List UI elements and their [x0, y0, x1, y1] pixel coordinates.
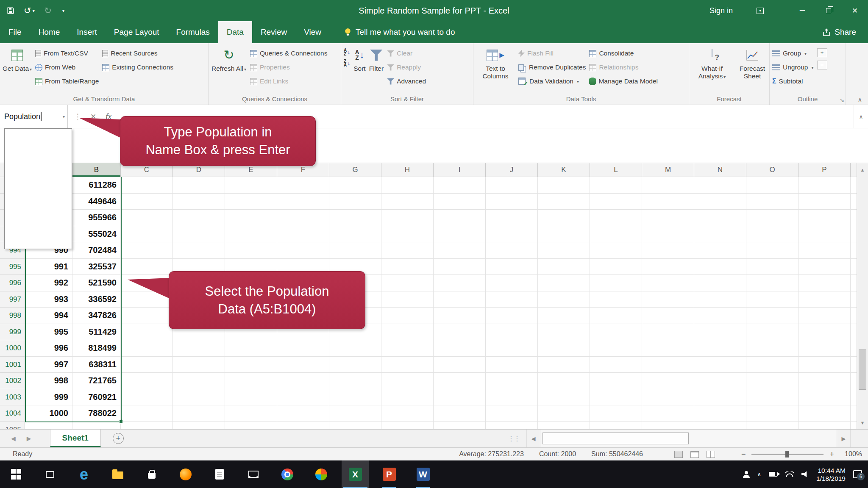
cell-K991[interactable] [538, 194, 590, 210]
cell-K1002[interactable] [538, 373, 590, 389]
row-header-1000[interactable]: 1000 [0, 340, 25, 357]
cell-J991[interactable] [486, 194, 538, 210]
cell-N993[interactable] [694, 226, 746, 243]
cell-P999[interactable] [798, 324, 851, 341]
undo-button[interactable]: ↺▾ [24, 6, 35, 16]
cell-K990[interactable] [538, 177, 590, 194]
cell-G992[interactable] [329, 210, 381, 226]
cell-F1002[interactable] [277, 373, 329, 389]
subtotal-button[interactable]: ΣSubtotal [772, 76, 814, 87]
cell-C1002[interactable] [121, 373, 173, 389]
cell-H998[interactable] [381, 308, 434, 324]
cell-C992[interactable] [121, 210, 173, 226]
column-header-M[interactable]: M [642, 163, 694, 177]
row-header-996[interactable]: 996 [0, 275, 25, 291]
cell-B1004[interactable]: 788022 [72, 405, 121, 422]
cell-C1004[interactable] [121, 405, 173, 422]
cell-K1003[interactable] [538, 389, 590, 406]
cell-N1004[interactable] [694, 405, 746, 422]
cell-E1002[interactable] [225, 373, 277, 389]
cell-J998[interactable] [486, 308, 538, 324]
cell-B992[interactable]: 955966 [72, 210, 121, 226]
close-button[interactable]: ✕ [842, 0, 868, 21]
cell-I1001[interactable] [434, 357, 486, 373]
existing-connections-button[interactable]: Existing Connections [102, 62, 173, 73]
get-data-button[interactable]: Get Data▾ [3, 45, 32, 73]
cell-J1001[interactable] [486, 357, 538, 373]
formula-bar-expand-button[interactable]: ∧ [854, 105, 868, 128]
sort-button[interactable]: AZ↓ Sort [353, 45, 365, 72]
cell-K998[interactable] [538, 308, 590, 324]
cell-P1001[interactable] [798, 357, 851, 373]
cell-H999[interactable] [381, 324, 434, 341]
sign-in-button[interactable]: Sign in [709, 6, 733, 15]
cell-J1000[interactable] [486, 340, 538, 357]
cell-J990[interactable] [486, 177, 538, 194]
cell-L1005[interactable] [590, 422, 642, 430]
vertical-scroll-thumb[interactable] [859, 349, 866, 390]
cell-K1001[interactable] [538, 357, 590, 373]
cell-I1004[interactable] [434, 405, 486, 422]
horizontal-scroll-thumb[interactable] [542, 433, 689, 444]
cell-E1005[interactable] [225, 422, 277, 430]
cell-L997[interactable] [590, 291, 642, 308]
cell-D1003[interactable] [173, 389, 225, 406]
cell-M995[interactable] [642, 259, 694, 275]
what-if-analysis-button[interactable]: ? What-If Analysis▾ [692, 45, 732, 81]
cell-F1003[interactable] [277, 389, 329, 406]
hide-detail-button[interactable]: − [817, 61, 827, 69]
normal-view-button[interactable] [674, 451, 683, 458]
cell-C990[interactable] [121, 177, 173, 194]
cell-F1001[interactable] [277, 357, 329, 373]
zoom-slider[interactable] [751, 454, 823, 455]
cell-L990[interactable] [590, 177, 642, 194]
people-icon[interactable] [743, 471, 750, 478]
cell-O994[interactable] [746, 242, 798, 259]
task-view-button[interactable] [36, 460, 64, 488]
cell-A1003[interactable]: 999 [25, 389, 72, 406]
hidden-icons-chevron[interactable]: ∧ [757, 471, 762, 477]
tab-insert[interactable]: Insert [68, 21, 106, 43]
zoom-level[interactable]: 100% [840, 450, 862, 458]
cell-E993[interactable] [225, 226, 277, 243]
cell-M993[interactable] [642, 226, 694, 243]
cell-F993[interactable] [277, 226, 329, 243]
cell-J994[interactable] [486, 242, 538, 259]
cell-I999[interactable] [434, 324, 486, 341]
cell-K999[interactable] [538, 324, 590, 341]
flash-fill-button[interactable]: Flash Fill [518, 48, 586, 59]
cell-I991[interactable] [434, 194, 486, 210]
cell-O1005[interactable] [746, 422, 798, 430]
cell-J1005[interactable] [486, 422, 538, 430]
cell-B993[interactable]: 555024 [72, 226, 121, 243]
advanced-filter-button[interactable]: Advanced [387, 76, 426, 87]
cell-J995[interactable] [486, 259, 538, 275]
cell-C999[interactable] [121, 324, 173, 341]
cell-D992[interactable] [173, 210, 225, 226]
ungroup-button[interactable]: Ungroup▾ [772, 62, 814, 73]
cell-H1002[interactable] [381, 373, 434, 389]
cell-K1004[interactable] [538, 405, 590, 422]
cell-B996[interactable]: 521590 [72, 275, 121, 291]
cell-F991[interactable] [277, 194, 329, 210]
cell-K994[interactable] [538, 242, 590, 259]
cell-J999[interactable] [486, 324, 538, 341]
row-header-1005[interactable]: 1005 [0, 422, 25, 430]
cell-N997[interactable] [694, 291, 746, 308]
vertical-scrollbar[interactable]: ▲ ▼ [857, 163, 868, 429]
cell-N1005[interactable] [694, 422, 746, 430]
cell-H993[interactable] [381, 226, 434, 243]
cell-N991[interactable] [694, 194, 746, 210]
cell-N994[interactable] [694, 242, 746, 259]
cell-B1000[interactable]: 818499 [72, 340, 121, 357]
cell-H996[interactable] [381, 275, 434, 291]
cell-D994[interactable] [173, 242, 225, 259]
tell-me-box[interactable]: Tell me what you want to do [344, 21, 455, 43]
cell-F1004[interactable] [277, 405, 329, 422]
taskbar-mail[interactable] [240, 460, 267, 488]
queries-connections-button[interactable]: Queries & Connections [250, 48, 327, 59]
cell-C991[interactable] [121, 194, 173, 210]
cell-L998[interactable] [590, 308, 642, 324]
cell-P997[interactable] [798, 291, 851, 308]
row-header-997[interactable]: 997 [0, 291, 25, 308]
